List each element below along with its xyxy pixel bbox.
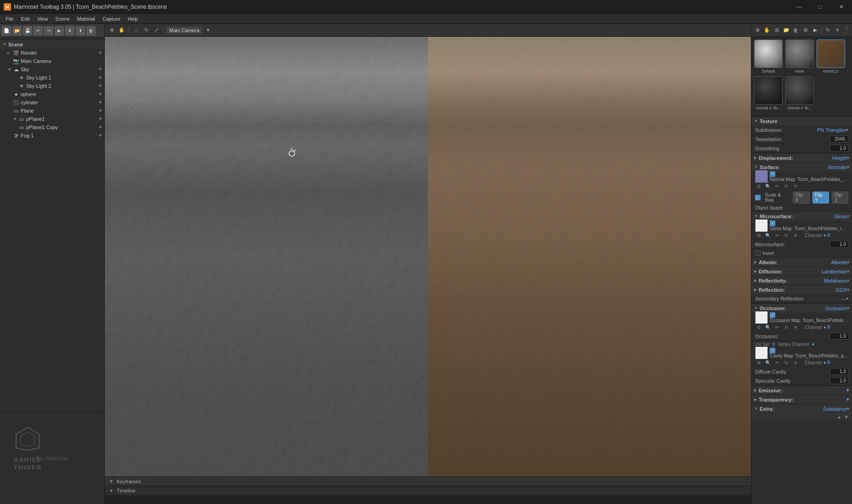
normal-map-edit[interactable]: ✏ — [773, 182, 781, 190]
menu-capture[interactable]: Capture — [99, 15, 124, 23]
flip-y-btn[interactable]: Flip Y — [812, 192, 829, 204]
cavity-search[interactable]: 🔍 — [764, 359, 772, 366]
pplane1copy-eye[interactable]: 👁 — [98, 125, 102, 130]
eye-icon[interactable]: 👁 — [98, 51, 102, 55]
material-mine[interactable]: mine — [785, 40, 814, 74]
material-sphere-unreal1[interactable] — [754, 76, 783, 105]
diffuse-cavity-input[interactable] — [830, 368, 848, 375]
redo-button[interactable]: ↪ — [44, 26, 53, 35]
material-sphere-unreal2[interactable] — [785, 76, 814, 105]
material-sphere-mine[interactable] — [785, 40, 814, 68]
new-scene-button[interactable]: 📄 — [2, 26, 11, 35]
gloss-map-search[interactable]: 🔍 — [764, 232, 772, 239]
scale-bias-checkbox[interactable]: ✓ — [755, 195, 761, 200]
keyframes-collapse[interactable]: ▼ — [108, 478, 115, 485]
tree-plane[interactable]: ▭ Plane 👁 — [0, 107, 104, 115]
close-button[interactable]: ✕ — [831, 0, 852, 14]
normal-map-checkbox[interactable]: ✓ — [770, 171, 775, 177]
add-material-btn[interactable]: ⊕ — [753, 26, 762, 35]
normal-map-settings[interactable]: ⚙ — [755, 182, 762, 190]
tree-skylight1[interactable]: ☀ Sky Light 1 👁 — [0, 74, 104, 82]
material-settings-btn[interactable]: ⚙ — [801, 26, 810, 35]
occlusion-value[interactable]: Occlusion — [825, 306, 847, 311]
gloss-channel-value[interactable]: ▾ R — [824, 233, 830, 238]
menu-view[interactable]: View — [34, 15, 52, 23]
secondary-reflection-value[interactable]: — — [841, 296, 846, 301]
camera-label[interactable]: Main Camera — [166, 27, 202, 34]
vp-chevron[interactable]: ▾ — [204, 26, 212, 34]
reflectivity-value[interactable]: Metalness — [824, 278, 847, 283]
material-trash-btn[interactable]: 🗑 — [792, 26, 801, 35]
diffusion-value[interactable]: Lambertian — [822, 269, 847, 274]
material-hand-btn[interactable]: ✋ — [763, 26, 772, 35]
open-button[interactable]: 📂 — [12, 26, 22, 35]
material-default[interactable]: Default — [754, 40, 783, 74]
menu-edit[interactable]: Edit — [17, 15, 34, 23]
material-refresh-btn[interactable]: ↻ — [824, 26, 832, 35]
normal-map-refresh[interactable]: ↻ — [783, 182, 790, 190]
extra-section-header[interactable]: ▼ Extra: Substance ▾ — [751, 404, 852, 413]
reflection-value[interactable]: GGX — [836, 287, 847, 293]
tree-cylinder[interactable]: ⬛ cylinder 👁 — [0, 98, 104, 107]
subdivision-value[interactable]: PN Triangles — [817, 127, 846, 133]
maximize-button[interactable]: □ — [810, 0, 831, 14]
invert-checkbox[interactable] — [755, 250, 761, 256]
cavity-refresh[interactable]: ↻ — [783, 359, 790, 366]
specular-cavity-input[interactable] — [830, 377, 848, 384]
tree-pplane1[interactable]: ▼ ▭ pPlane1 👁 — [0, 115, 104, 123]
material-unreal1[interactable]: Unreal 4 Te... — [754, 76, 783, 110]
material-play-btn[interactable]: ▶ — [811, 26, 819, 35]
material-mineclr[interactable]: mineCLr — [817, 40, 845, 74]
occlusion-settings[interactable]: ⚙ — [755, 323, 762, 331]
material-cancel-btn[interactable]: ✕ — [833, 26, 842, 35]
occlusion-channel-value[interactable]: ▾ R — [824, 325, 830, 330]
normal-map-search[interactable]: 🔍 — [764, 182, 772, 190]
displacement-section-header[interactable]: ▶ Displacement: Height ▾ — [751, 153, 852, 162]
gloss-input[interactable] — [830, 241, 848, 248]
cavity-settings[interactable]: ⚙ — [755, 359, 762, 366]
menu-help[interactable]: Help — [124, 15, 142, 23]
material-folder-btn[interactable]: 📁 — [782, 26, 791, 35]
occlusion-clear[interactable]: ✕ — [792, 323, 799, 331]
vp-add-btn[interactable]: ⊕ — [108, 26, 116, 34]
occlusion-map-checkbox[interactable]: ✓ — [770, 312, 775, 318]
reflectivity-section-header[interactable]: ▶ Reflectivity: Metalness ▾ — [751, 276, 852, 285]
reflection-section-header[interactable]: ▶ Reflection: GGX ▾ — [751, 285, 852, 294]
vertex-channel-value[interactable]: ▾ — [812, 342, 814, 347]
tree-pplane1copy[interactable]: ▭ pPlane1 Copy 👁 — [0, 123, 104, 131]
cylinder-eye[interactable]: 👁 — [98, 100, 102, 105]
albedo-value[interactable]: Albedo — [831, 260, 847, 265]
export-button[interactable]: ⬆ — [76, 26, 85, 35]
gloss-map-checkbox[interactable]: ✓ — [770, 221, 775, 226]
material-sphere-default[interactable] — [754, 40, 783, 68]
cavity-edit[interactable]: ✏ — [773, 359, 781, 366]
tree-skylight2[interactable]: ☀ Sky Light 2 👁 — [0, 82, 104, 90]
flip-z-btn[interactable]: Flip Z — [832, 192, 848, 204]
plane-eye[interactable]: 👁 — [98, 108, 102, 113]
fog-eye[interactable]: 👁 — [98, 133, 102, 138]
undo-button[interactable]: ↩ — [34, 26, 43, 35]
viewport-right[interactable] — [428, 37, 751, 476]
emissive-section-header[interactable]: ▶ Emissive: ▾ — [751, 385, 852, 395]
sky-eye[interactable]: 👁 — [98, 67, 102, 72]
gloss-map-refresh[interactable]: ↻ — [783, 232, 790, 239]
gloss-map-edit[interactable]: ✏ — [773, 232, 781, 239]
displacement-value[interactable]: Height — [832, 155, 847, 161]
vp-move-btn[interactable]: ↔ — [132, 26, 140, 34]
tree-main-camera[interactable]: 📷 Main Camera — [0, 57, 104, 65]
sphere-eye[interactable]: 👁 — [98, 92, 102, 96]
smoothing-input[interactable] — [830, 145, 848, 152]
timeline-collapse[interactable]: ▼ — [108, 487, 115, 494]
menu-scene[interactable]: Scene — [51, 15, 73, 23]
occlusion-input[interactable] — [830, 333, 848, 340]
save-button[interactable]: 💾 — [23, 26, 32, 35]
viewport-left[interactable] — [105, 37, 428, 476]
cavity-clear[interactable]: ✕ — [792, 359, 799, 366]
scroll-up[interactable]: ▲ — [835, 413, 843, 420]
vp-rotate-btn[interactable]: ↻ — [142, 26, 150, 34]
tree-fog1[interactable]: 🌫 Fog 1 👁 — [0, 131, 104, 140]
cavity-channel-value[interactable]: ▾ R — [824, 360, 830, 365]
occlusion-search[interactable]: 🔍 — [764, 323, 772, 331]
gloss-map-settings[interactable]: ⚙ — [755, 232, 762, 239]
extra-value[interactable]: Substance — [823, 406, 847, 412]
